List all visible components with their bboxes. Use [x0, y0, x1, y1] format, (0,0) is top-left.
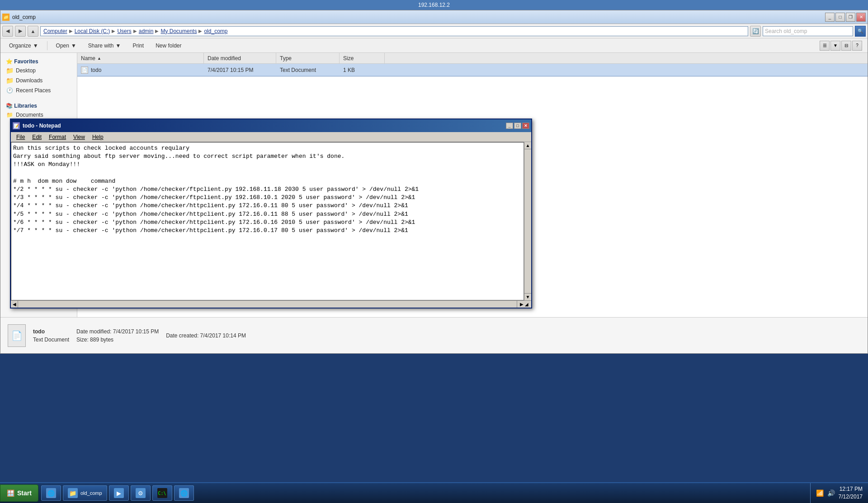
col-date-label: Date modified — [208, 55, 241, 62]
path-computer[interactable]: Computer — [43, 28, 67, 34]
search-box[interactable]: Search old_comp — [763, 26, 853, 36]
taskbar-ie-icon: 🌐 — [46, 488, 56, 498]
share-with-button[interactable]: Share with ▼ — [83, 40, 126, 52]
print-button[interactable]: Print — [127, 40, 149, 52]
tray-network-icon[interactable]: 📶 — [816, 489, 824, 497]
view-buttons: ☰ ▼ ⊟ ? — [820, 41, 864, 51]
explorer-title-text: old_comp — [12, 14, 825, 20]
notepad-title-buttons: _ □ ✕ — [506, 123, 529, 129]
scroll-up-button[interactable]: ▲ — [524, 142, 531, 149]
toolbar-divider-1 — [47, 41, 47, 50]
menu-help-label: Help — [92, 134, 104, 140]
path-oldcomp[interactable]: old_comp — [204, 28, 227, 34]
file-size: 1 KB — [343, 67, 355, 73]
libraries-label: Libraries — [14, 103, 37, 109]
col-type-label: Type — [280, 55, 292, 62]
menu-help[interactable]: Help — [89, 133, 107, 141]
file-size-cell: 1 KB — [340, 67, 385, 73]
forward-button[interactable]: ▶ — [15, 26, 26, 37]
path-sep4: ▶ — [155, 28, 159, 33]
taskbar-item-ie[interactable]: 🌐 — [41, 485, 61, 501]
new-folder-label: New folder — [156, 43, 181, 49]
path-sep2: ▶ — [112, 28, 115, 33]
menu-view[interactable]: View — [70, 133, 89, 141]
explorer-title-bar: 📁 old_comp _ □ ❐ ✕ — [0, 10, 868, 24]
notepad-textarea[interactable]: Run this scripts to check locked account… — [11, 142, 524, 300]
status-size-value: 889 bytes — [90, 337, 113, 343]
downloads-icon: 📁 — [6, 77, 13, 84]
menu-view-label: View — [73, 134, 85, 140]
notepad-minimize-button[interactable]: _ — [506, 123, 513, 129]
favorites-section: ⭐ Favorites — [2, 57, 75, 66]
sidebar-item-desktop[interactable]: 📁 Desktop — [2, 66, 75, 76]
search-button[interactable]: 🔍 — [855, 26, 866, 37]
file-name: todo — [91, 67, 101, 73]
restore-button[interactable]: ❐ — [846, 13, 855, 22]
scroll-right-area: ▶ ◢ — [517, 301, 531, 308]
scroll-right-button[interactable]: ▶ — [520, 302, 524, 307]
taskbar-item-media[interactable]: ▶ — [109, 485, 129, 501]
notepad-content: Run this scripts to check locked account… — [11, 142, 531, 300]
status-dates-created: Date created: 7/4/2017 10:14 PM — [166, 332, 246, 339]
start-button[interactable]: 🪟 Start — [0, 484, 38, 502]
path-admin[interactable]: admin — [139, 28, 154, 34]
view-pane-button[interactable]: ⊟ — [841, 41, 851, 51]
status-type-text: Text Document — [33, 337, 69, 343]
path-mydocs[interactable]: My Documents — [160, 28, 197, 34]
notepad-close-button[interactable]: ✕ — [522, 123, 529, 129]
maximize-button[interactable]: □ — [835, 13, 845, 22]
menu-format[interactable]: Format — [45, 133, 70, 141]
system-tray: 📶 🔊 12:17 PM 7/12/2017 — [810, 483, 868, 503]
status-size-label: Size: — [76, 337, 89, 343]
scroll-left-button[interactable]: ◀ — [11, 301, 18, 308]
notepad-scrollbar[interactable]: ▲ ▼ — [524, 142, 531, 300]
share-with-label: Share with — [88, 43, 114, 49]
menu-file-label: File — [16, 134, 25, 140]
menu-file[interactable]: File — [13, 133, 28, 141]
menu-edit[interactable]: Edit — [28, 133, 45, 141]
taskbar-item-settings[interactable]: ⚙ — [131, 485, 151, 501]
sidebar-item-recent[interactable]: 🕐 Recent Places — [2, 85, 75, 95]
recent-icon: 🕐 — [6, 87, 13, 94]
back-button[interactable]: ◀ — [2, 26, 13, 37]
status-filename-text: todo — [33, 328, 45, 335]
tray-speaker-icon[interactable]: 🔊 — [827, 489, 835, 497]
taskbar-explorer-label: old_comp — [80, 490, 102, 496]
status-date-created-value: 7/4/2017 10:14 PM — [200, 332, 246, 339]
sidebar-item-downloads[interactable]: 📁 Downloads — [2, 76, 75, 85]
notepad-title-text: todo - Notepad — [23, 123, 506, 129]
sidebar-downloads-label: Downloads — [16, 77, 42, 84]
col-header-type[interactable]: Type — [276, 53, 340, 63]
col-header-date[interactable]: Date modified — [204, 53, 276, 63]
col-header-size[interactable]: Size — [340, 53, 385, 63]
view-dropdown-button[interactable]: ▼ — [830, 41, 840, 51]
taskbar-item-network[interactable]: 🌐 — [174, 485, 194, 501]
status-file-icon: 📄 — [8, 324, 26, 347]
desktop-icon: 📁 — [6, 67, 13, 74]
explorer-window-icon: 📁 — [2, 14, 9, 21]
view-details-button[interactable]: ☰ — [820, 41, 830, 51]
col-header-name[interactable]: Name ▲ — [77, 53, 204, 63]
print-label: Print — [132, 43, 144, 49]
scroll-down-button[interactable]: ▼ — [524, 293, 531, 300]
new-folder-button[interactable]: New folder — [151, 40, 186, 52]
close-button[interactable]: ✕ — [856, 13, 866, 22]
path-users[interactable]: Users — [117, 28, 131, 34]
help-button[interactable]: ? — [852, 41, 862, 51]
up-button[interactable]: ▲ — [28, 26, 38, 37]
taskbar-item-cmd[interactable]: C:\ — [152, 485, 172, 501]
notepad-icon: 📝 — [13, 122, 20, 129]
address-path[interactable]: Computer ▶ Local Disk (C:) ▶ Users ▶ adm… — [40, 26, 748, 36]
taskbar-cmd-icon: C:\ — [157, 488, 167, 498]
notepad-maximize-button[interactable]: □ — [514, 123, 521, 129]
refresh-button[interactable]: 🔄 — [750, 26, 761, 37]
notepad-menu: File Edit Format View Help — [11, 132, 531, 142]
table-row[interactable]: 📄 todo 7/4/2017 10:15 PM Text Document 1… — [77, 64, 868, 76]
minimize-button[interactable]: _ — [825, 13, 835, 22]
organize-button[interactable]: Organize ▼ — [4, 40, 43, 52]
explorer-title-buttons: _ □ ❐ ✕ — [825, 13, 866, 22]
taskbar-item-explorer[interactable]: 📁 old_comp — [63, 485, 107, 501]
open-button[interactable]: Open ▼ — [51, 40, 81, 52]
path-localdisk[interactable]: Local Disk (C:) — [75, 28, 110, 34]
tray-clock[interactable]: 12:17 PM 7/12/2017 — [839, 485, 863, 501]
